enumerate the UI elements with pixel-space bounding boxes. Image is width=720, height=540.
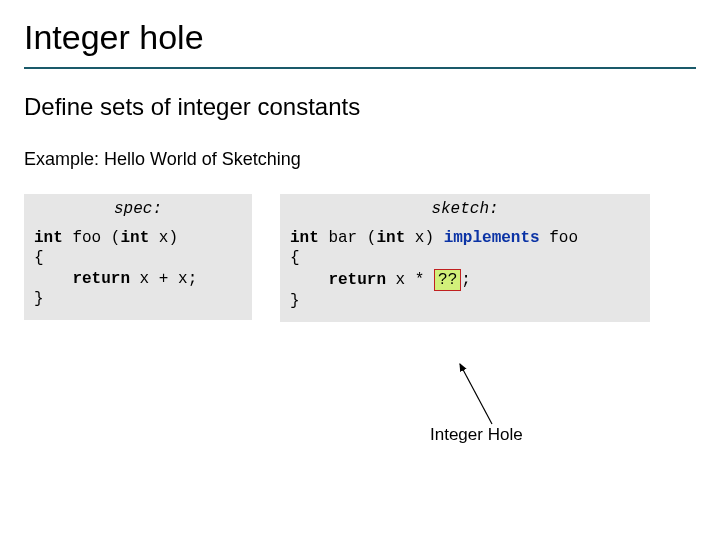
integer-hole-token: ?? (434, 269, 461, 291)
sketch-line-4: } (290, 291, 640, 311)
example-label: Example: Hello World of Sketching (24, 149, 696, 170)
annotation-label: Integer Hole (430, 425, 523, 445)
sketch-line-3: return x * ??; (290, 269, 640, 291)
code-panels: spec: int foo (int x) { return x + x; } … (24, 194, 696, 322)
sketch-label: sketch: (290, 200, 640, 218)
spec-panel: spec: int foo (int x) { return x + x; } (24, 194, 252, 320)
sketch-line-2: { (290, 248, 640, 268)
slide-subtitle: Define sets of integer constants (24, 93, 696, 121)
spec-line-1: int foo (int x) (34, 228, 242, 248)
sketch-line-1: int bar (int x) implements foo (290, 228, 640, 248)
slide-title: Integer hole (24, 18, 696, 65)
sketch-panel: sketch: int bar (int x) implements foo {… (280, 194, 650, 322)
slide: Integer hole Define sets of integer cons… (0, 0, 720, 322)
title-rule (24, 67, 696, 69)
spec-line-3: return x + x; (34, 269, 242, 289)
spec-line-2: { (34, 248, 242, 268)
spec-label: spec: (34, 200, 242, 218)
spec-line-4: } (34, 289, 242, 309)
svg-line-0 (460, 364, 492, 424)
arrow-icon (452, 358, 512, 430)
